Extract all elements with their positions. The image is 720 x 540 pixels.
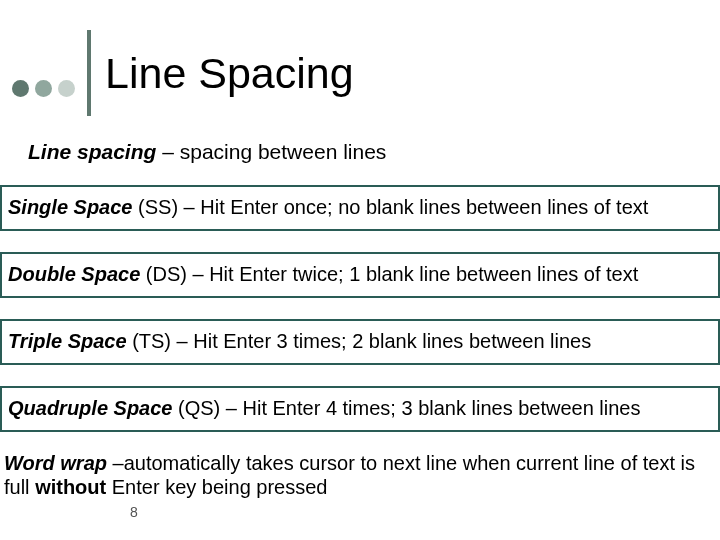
slide: Line Spacing Line spacing – spacing betw… — [0, 0, 720, 540]
definition-abbrev: (DS) – — [140, 263, 209, 285]
footer-text: Enter key being pressed — [106, 476, 327, 498]
slide-header: Line Spacing — [12, 30, 708, 116]
dot-icon — [35, 80, 52, 97]
slide-title: Line Spacing — [105, 49, 354, 98]
page-number: 8 — [130, 504, 138, 520]
definition-box: Quadruple Space (QS) – Hit Enter 4 times… — [0, 386, 720, 432]
definition-term: Triple Space — [8, 330, 127, 352]
definition-term: Single Space — [8, 196, 133, 218]
definition-rest: Hit Enter 4 times; 3 blank lines between… — [243, 397, 641, 419]
definition-abbrev: (TS) – — [127, 330, 194, 352]
definition-rest: Hit Enter once; no blank lines between l… — [200, 196, 648, 218]
definition-term: Quadruple Space — [8, 397, 173, 419]
subtitle-term: Line spacing — [28, 140, 156, 163]
footer-paragraph: Word wrap –automatically takes cursor to… — [4, 452, 714, 499]
header-dots — [12, 80, 75, 97]
dot-icon — [58, 80, 75, 97]
definition-box: Single Space (SS) – Hit Enter once; no b… — [0, 185, 720, 231]
definition-abbrev: (SS) – — [133, 196, 201, 218]
footer-keyword: without — [35, 476, 106, 498]
definition-box: Double Space (DS) – Hit Enter twice; 1 b… — [0, 252, 720, 298]
definition-term: Double Space — [8, 263, 140, 285]
footer-term: Word wrap — [4, 452, 107, 474]
vertical-bar-icon — [87, 30, 91, 116]
definition-abbrev: (QS) – — [173, 397, 243, 419]
definition-box: Triple Space (TS) – Hit Enter 3 times; 2… — [0, 319, 720, 365]
subtitle-rest: – spacing between lines — [156, 140, 386, 163]
definition-rest: Hit Enter 3 times; 2 blank lines between… — [193, 330, 591, 352]
subtitle-line: Line spacing – spacing between lines — [28, 140, 386, 164]
definition-rest: Hit Enter twice; 1 blank line between li… — [209, 263, 638, 285]
dot-icon — [12, 80, 29, 97]
